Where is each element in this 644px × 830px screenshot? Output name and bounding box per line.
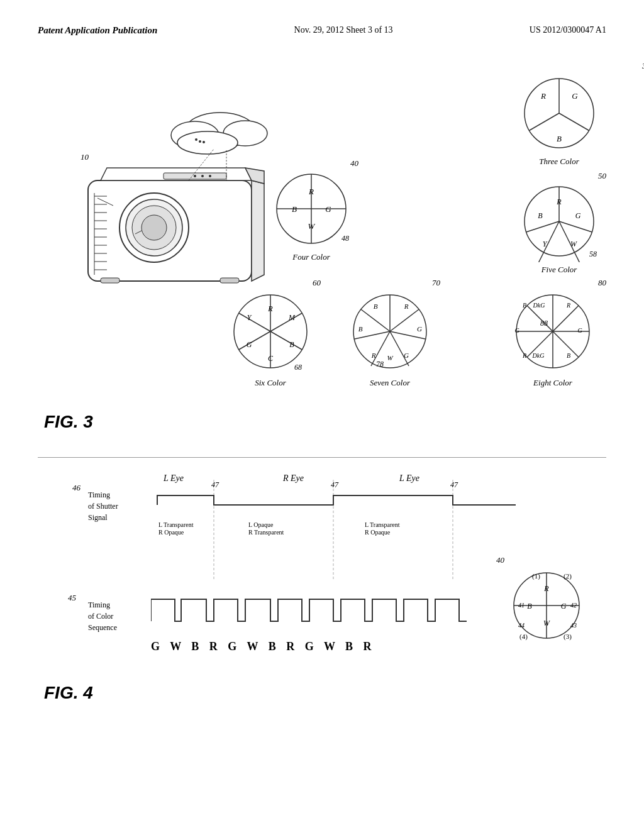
header-patent-num: US 2012/0300047 A1 xyxy=(530,25,606,35)
shutter-signal-label: Timingof ShutterSignal xyxy=(88,489,118,523)
svg-text:G: G xyxy=(514,327,519,334)
svg-text:G: G xyxy=(561,602,567,611)
ref-40: 40 xyxy=(350,158,358,169)
svg-text:B: B xyxy=(527,602,532,611)
svg-point-24 xyxy=(194,175,196,177)
ref-78: 78 xyxy=(376,360,384,369)
three-color-wheel: 30 R G B Three Color xyxy=(518,61,600,167)
color-sequence-text: G W B R G W B R G W B R xyxy=(151,640,375,653)
svg-text:41: 41 xyxy=(518,602,525,609)
svg-text:DkG: DkG xyxy=(532,352,545,359)
svg-text:G: G xyxy=(325,204,331,214)
color-sequence-label: Timingof ColorSequence xyxy=(88,599,117,633)
ref-40-fig4: 40 xyxy=(496,555,504,565)
svg-text:L Transparent: L Transparent xyxy=(158,521,194,528)
svg-text:W: W xyxy=(543,619,550,628)
svg-text:B: B xyxy=(292,204,297,214)
fig4-area: 46 45 L Eye R Eye L Eye Timingof Shutter… xyxy=(38,470,606,709)
svg-text:G: G xyxy=(417,325,422,333)
svg-text:C: C xyxy=(268,354,274,363)
fig3-area: 10 12 9 15 xyxy=(38,55,606,445)
page: Patent Application Publication Nov. 29, … xyxy=(0,0,644,830)
svg-text:R: R xyxy=(404,302,409,310)
svg-text:(4): (4) xyxy=(519,633,528,641)
svg-text:44: 44 xyxy=(518,622,525,629)
five-color-svg: R G W Y B xyxy=(518,180,600,262)
svg-point-25 xyxy=(201,175,204,177)
five-color-label: Five Color xyxy=(518,265,600,275)
svg-point-3 xyxy=(177,131,238,154)
seven-color-svg: B R G G R B W xyxy=(346,287,434,375)
svg-text:G: G xyxy=(575,211,581,220)
three-color-label: Three Color xyxy=(518,157,600,167)
svg-text:W: W xyxy=(387,354,393,362)
svg-text:B: B xyxy=(538,211,543,220)
svg-text:B: B xyxy=(289,340,294,349)
six-color-label: Six Color xyxy=(226,378,314,388)
svg-text:47: 47 xyxy=(450,480,458,489)
ref-50: 50 xyxy=(598,171,606,181)
svg-text:(2): (2) xyxy=(564,572,572,580)
svg-text:R: R xyxy=(566,302,570,309)
svg-text:L Transparent: L Transparent xyxy=(365,521,400,528)
color-waveform xyxy=(151,590,503,634)
svg-text:B: B xyxy=(523,302,526,309)
ref-88: 88 xyxy=(540,319,548,328)
svg-point-11 xyxy=(142,215,167,240)
six-color-svg: R M B C G Y xyxy=(226,287,314,375)
svg-text:R: R xyxy=(371,351,376,359)
svg-text:R: R xyxy=(522,352,526,359)
svg-text:B: B xyxy=(374,302,378,310)
ref-58: 58 xyxy=(589,250,597,259)
eight-color-wheel: 80 88 DkG R G B DkG R G xyxy=(506,287,600,388)
svg-text:R: R xyxy=(308,187,314,196)
svg-text:DkG: DkG xyxy=(533,302,545,309)
svg-text:R: R xyxy=(556,197,562,206)
svg-text:M: M xyxy=(288,313,296,322)
eight-color-svg: DkG R G B DkG R G B xyxy=(506,287,600,375)
svg-text:R Transparent: R Transparent xyxy=(248,529,284,536)
ref-60: 60 xyxy=(313,278,321,288)
svg-text:B: B xyxy=(567,352,570,359)
svg-text:B: B xyxy=(557,134,562,143)
svg-text:G: G xyxy=(404,351,409,359)
svg-text:43: 43 xyxy=(570,622,577,629)
ref-46: 46 xyxy=(72,483,80,493)
svg-text:G: G xyxy=(577,327,582,334)
header: Patent Application Publication Nov. 29, … xyxy=(38,25,606,36)
svg-text:(1): (1) xyxy=(532,572,540,580)
svg-text:B: B xyxy=(358,325,363,333)
shutter-waveform: 47 47 47 L Transparent R Opaque L Opaque… xyxy=(151,480,528,580)
ref-68: 68 xyxy=(294,363,302,372)
six-color-wheel: 60 68 R M B C G Y Six Color xyxy=(226,287,314,388)
fig4-wheel-svg: R G W B (1) (2) (3) (4) 41 42 43 44 xyxy=(506,565,587,646)
svg-text:L Opaque: L Opaque xyxy=(248,521,274,528)
fig4-label: FIG. 4 xyxy=(44,683,93,703)
svg-text:R Opaque: R Opaque xyxy=(158,529,184,536)
svg-text:47: 47 xyxy=(211,480,219,489)
fig4-color-wheel: 40 R G W B (1) (2) (3) (4) 41 42 xyxy=(506,565,587,649)
svg-text:R: R xyxy=(543,584,549,593)
svg-point-26 xyxy=(209,175,211,177)
svg-text:42: 42 xyxy=(570,602,577,609)
svg-text:R: R xyxy=(540,91,546,101)
ref-48: 48 xyxy=(341,234,349,243)
svg-point-6 xyxy=(203,141,205,143)
svg-text:W: W xyxy=(308,221,316,231)
svg-rect-31 xyxy=(101,278,119,283)
eight-color-label: Eight Color xyxy=(506,378,600,388)
svg-text:R Opaque: R Opaque xyxy=(365,529,391,536)
header-publication: Patent Application Publication xyxy=(38,25,157,36)
fig3-label: FIG. 3 xyxy=(44,412,93,432)
five-color-wheel: 50 58 R G W Y B Five Color xyxy=(518,180,600,275)
svg-text:W: W xyxy=(570,240,577,248)
seven-color-label: Seven Color xyxy=(346,378,434,388)
ref-80: 80 xyxy=(598,278,606,288)
four-color-wheel: 40 48 R G W B Four Color xyxy=(270,168,352,262)
svg-point-5 xyxy=(199,140,201,143)
seven-color-wheel: 70 78 B R G G R B W Seven Co xyxy=(346,287,434,388)
ref-45: 45 xyxy=(68,593,76,603)
ref-70: 70 xyxy=(432,278,440,288)
header-date-sheet: Nov. 29, 2012 Sheet 3 of 13 xyxy=(294,25,393,35)
svg-text:(3): (3) xyxy=(564,633,572,641)
